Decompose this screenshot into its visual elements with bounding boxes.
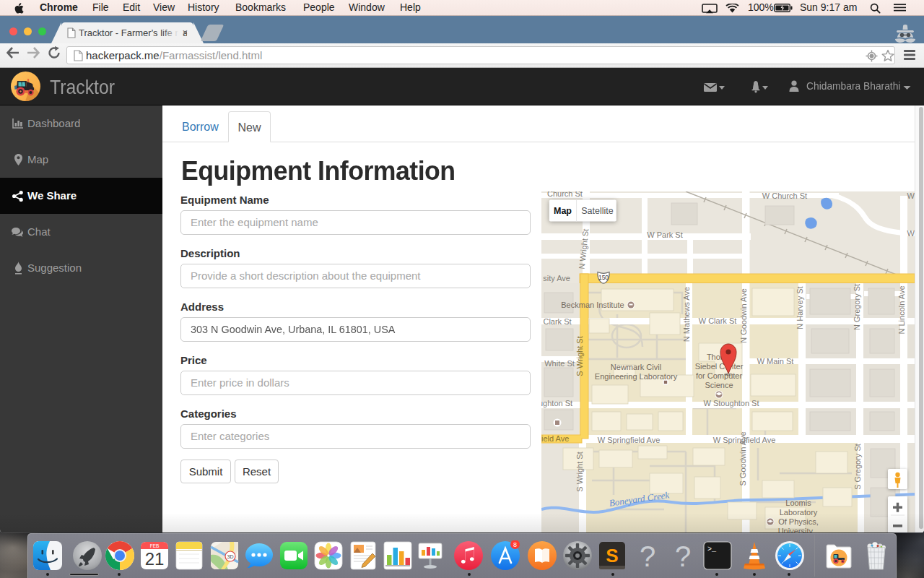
svg-text:8: 8 xyxy=(513,541,517,548)
svg-text:sity Ave: sity Ave xyxy=(543,274,570,282)
svg-text:W Clark St: W Clark St xyxy=(699,316,737,325)
svg-text:S Wright St: S Wright St xyxy=(575,452,584,491)
svg-text:Clark St: Clark St xyxy=(543,317,571,326)
svg-text:Beckman Institute: Beckman Institute xyxy=(561,301,624,309)
svg-text:S: S xyxy=(606,545,618,566)
svg-text:S Wright St: S Wright St xyxy=(575,336,584,376)
svg-text:W: W xyxy=(907,229,915,238)
svg-text:150: 150 xyxy=(598,274,609,281)
svg-text:21: 21 xyxy=(145,549,165,569)
svg-text:?: ? xyxy=(640,540,655,571)
svg-text:W Park St: W Park St xyxy=(647,230,683,239)
svg-text:Map: Map xyxy=(554,206,572,216)
svg-text:S Gregory St: S Gregory St xyxy=(853,444,862,490)
svg-text:N Gregory St: N Gregory St xyxy=(853,284,861,330)
svg-text:W: W xyxy=(907,191,915,200)
svg-text:Church St: Church St xyxy=(547,191,583,198)
svg-text:Newmark Civil: Newmark Civil xyxy=(611,363,661,371)
svg-text:W Church St: W Church St xyxy=(762,191,807,200)
svg-text:ughton St: ughton St xyxy=(541,399,572,407)
svg-text:White St: White St xyxy=(544,359,575,368)
svg-text:Siebel Center: Siebel Center xyxy=(695,362,744,371)
svg-text:S Goodwin Ave: S Goodwin Ave xyxy=(738,431,747,486)
svg-text:N Goodwin Ave: N Goodwin Ave xyxy=(739,288,748,343)
svg-text:N Lincoln Ave: N Lincoln Ave xyxy=(897,285,906,334)
svg-text:for Computer: for Computer xyxy=(696,371,743,380)
svg-text:FEB: FEB xyxy=(150,543,160,548)
svg-text:N Harvey St: N Harvey St xyxy=(796,286,804,329)
svg-text:N Mathews Ave: N Mathews Ave xyxy=(682,287,691,342)
svg-text:>_: >_ xyxy=(707,545,717,553)
svg-text:Loomis: Loomis xyxy=(785,499,811,507)
svg-text:W Stoughton St: W Stoughton St xyxy=(703,399,759,407)
svg-text:Satellite: Satellite xyxy=(581,206,614,216)
svg-text:W Springfield Ave: W Springfield Ave xyxy=(598,436,661,444)
svg-text:ield Ave: ield Ave xyxy=(541,434,569,443)
svg-text:?: ? xyxy=(675,540,691,571)
svg-text:Science: Science xyxy=(705,381,733,389)
svg-text:W Main St: W Main St xyxy=(757,357,794,366)
svg-text:3D: 3D xyxy=(227,554,234,559)
